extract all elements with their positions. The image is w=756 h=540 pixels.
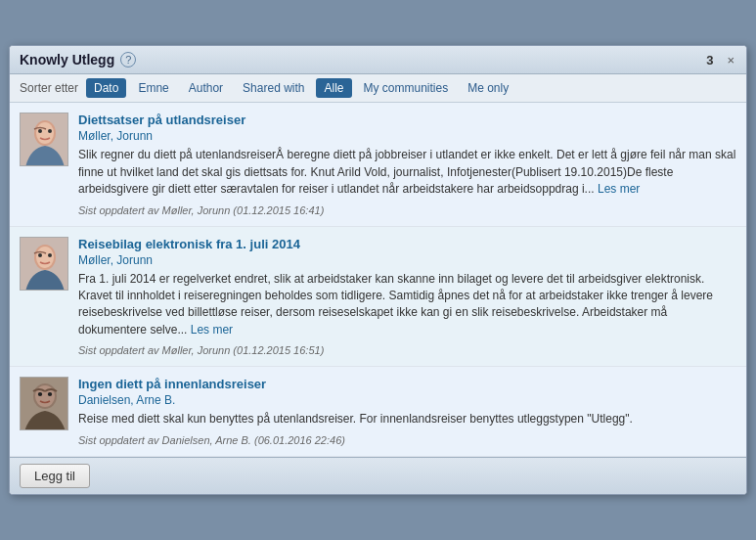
window-title: Knowly Utlegg bbox=[20, 52, 114, 68]
tab-alle[interactable]: Alle bbox=[316, 78, 351, 98]
article-title[interactable]: Ingen diett på innenlandsreiser bbox=[78, 377, 736, 391]
footer-bar: Legg til bbox=[10, 457, 746, 494]
tab-dato[interactable]: Dato bbox=[86, 78, 126, 98]
svg-point-3 bbox=[38, 129, 42, 133]
article-body: Ingen diett på innenlandsreiser Danielse… bbox=[78, 377, 736, 445]
add-button[interactable]: Legg til bbox=[20, 464, 90, 488]
article-excerpt: Fra 1. juli 2014 er regelverket endret, … bbox=[78, 271, 736, 339]
article-title[interactable]: Reisebilag elektronisk fra 1. juli 2014 bbox=[78, 237, 736, 251]
tab-communities[interactable]: My communities bbox=[356, 78, 457, 98]
svg-point-7 bbox=[36, 247, 54, 268]
article-author: Møller, Jorunn bbox=[78, 129, 736, 143]
svg-point-13 bbox=[38, 392, 42, 396]
article-author: Danielsen, Arne B. bbox=[78, 393, 736, 407]
avatar bbox=[20, 112, 68, 166]
tab-emne[interactable]: Emne bbox=[130, 78, 176, 98]
article-author: Møller, Jorunn bbox=[78, 253, 736, 267]
article-item: Diettsatser på utlandsreiser Møller, Jor… bbox=[10, 103, 746, 226]
article-excerpt: Reise med diett skal kun benyttes på ute… bbox=[78, 411, 736, 428]
avatar bbox=[20, 377, 68, 430]
close-button[interactable]: × bbox=[725, 53, 736, 68]
svg-point-14 bbox=[48, 392, 52, 396]
article-updated: Sist oppdatert av Møller, Jorunn (01.12.… bbox=[78, 204, 736, 216]
count-badge: 3 bbox=[706, 53, 713, 68]
main-window: Knowly Utlegg ? 3 × Sorter etter Dato Em… bbox=[9, 45, 747, 494]
help-icon[interactable]: ? bbox=[120, 52, 136, 68]
article-excerpt: Slik regner du diett på utenlandsreiserÅ… bbox=[78, 147, 736, 198]
article-body: Diettsatser på utlandsreiser Møller, Jor… bbox=[78, 112, 736, 215]
article-item: Ingen diett på innenlandsreiser Danielse… bbox=[10, 367, 746, 456]
read-more-link[interactable]: Les mer bbox=[191, 323, 233, 337]
svg-point-2 bbox=[36, 122, 54, 144]
svg-point-4 bbox=[48, 129, 52, 133]
article-title[interactable]: Diettsatser på utlandsreiser bbox=[78, 112, 736, 127]
read-more-link[interactable]: Les mer bbox=[598, 182, 640, 196]
article-body: Reisebilag elektronisk fra 1. juli 2014 … bbox=[78, 237, 736, 357]
article-updated: Sist oppdatert av Danielsen, Arne B. (06… bbox=[78, 434, 736, 446]
articles-list: Diettsatser på utlandsreiser Møller, Jor… bbox=[10, 103, 746, 456]
svg-point-9 bbox=[48, 253, 52, 257]
avatar bbox=[20, 237, 68, 291]
title-bar: Knowly Utlegg ? 3 × bbox=[10, 46, 746, 74]
article-updated: Sist oppdatert av Møller, Jorunn (01.12.… bbox=[78, 344, 736, 356]
tab-shared[interactable]: Shared with bbox=[235, 78, 312, 98]
article-item: Reisebilag elektronisk fra 1. juli 2014 … bbox=[10, 227, 746, 368]
filter-bar: Sorter etter Dato Emne Author Shared wit… bbox=[10, 74, 746, 103]
tab-author[interactable]: Author bbox=[181, 78, 231, 98]
sort-label: Sorter etter bbox=[20, 81, 78, 95]
tab-meonly[interactable]: Me only bbox=[460, 78, 516, 98]
svg-point-8 bbox=[38, 253, 42, 257]
title-bar-left: Knowly Utlegg ? bbox=[20, 52, 136, 68]
